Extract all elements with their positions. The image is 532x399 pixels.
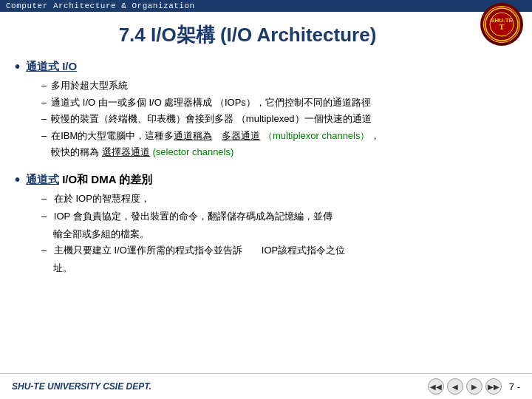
footer-institution: SHU-TE UNIVERSITY CSIE DEPT. <box>12 381 151 392</box>
section1-label: 通道式 I/O <box>26 60 77 74</box>
header-title: Computer Architecture & Organization <box>6 1 195 10</box>
list-item: – IOP 會負責協定，發出裝置的命令，翻譯儲存碼成為記憶編，並傳 <box>41 209 514 224</box>
section2-underline: 通道式 <box>26 173 59 185</box>
item-text: 通道式 I/O 由一或多個 I/O 處理器構成 （IOPs），它們控制不同的通道… <box>51 95 514 110</box>
footer-navigation: ◀◀ ◀ ▶ ▶▶ 7 - <box>428 378 520 395</box>
item-text-5: 較快的稱為 選擇器通道 (selector channels) <box>51 145 514 160</box>
footer: SHU-TE UNIVERSITY CSIE DEPT. ◀◀ ◀ ▶ ▶▶ 7… <box>0 373 532 399</box>
dash: – <box>41 78 47 93</box>
dash: – <box>41 245 47 256</box>
list-item: – 主機只要建立 I/O運作所需的程式指令並告訴 IOP該程式指令之位 <box>41 243 514 258</box>
nav-next-button[interactable]: ▶ <box>466 378 482 395</box>
nav-last-button[interactable]: ▶▶ <box>485 378 502 395</box>
item-text-continuation2: 址。 <box>53 261 514 276</box>
item-text: 主機只要建立 I/O運作所需的程式指令並告訴 IOP該程式指令之位 <box>54 245 345 256</box>
university-logo: SHU-TE T <box>480 3 525 47</box>
section2-subitems: – 在於 IOP的智慧程度， – IOP 會負責協定，發出裝置的命令，翻譯儲存碼… <box>41 191 514 276</box>
item-text: IOP 會負責協定，發出裝置的命令，翻譯儲存碼成為記憶編，並傳 <box>54 211 332 222</box>
item-text-4: 在IBM的大型電腦中，這種多通道稱為 多器通道 （multiplexor cha… <box>51 129 514 143</box>
dash: – <box>41 95 47 110</box>
nav-prev-button[interactable]: ◀ <box>447 378 463 395</box>
content-area: • 通道式 I/O – 多用於超大型系統 – 通道式 I/O 由一或多個 I/O… <box>0 60 532 276</box>
list-item: – 通道式 I/O 由一或多個 I/O 處理器構成 （IOPs），它們控制不同的… <box>41 95 514 110</box>
section1-underline-text: 通道式 I/O <box>26 60 77 72</box>
bullet-dot-2: • <box>15 172 20 187</box>
main-title: 7.4 I/O架構 (I/O Architecture) <box>0 22 532 48</box>
logo-inner: SHU-TE T <box>483 6 520 43</box>
nav-first-button[interactable]: ◀◀ <box>428 378 444 395</box>
section2-rest: I/O和 DMA 的差別 <box>62 173 152 185</box>
section2-label: 通道式 I/O和 DMA 的差別 <box>26 173 152 187</box>
section2-bullet: • 通道式 I/O和 DMA 的差別 <box>15 173 514 187</box>
section1-subitems: – 多用於超大型系統 – 通道式 I/O 由一或多個 I/O 處理器構成 （IO… <box>41 78 514 160</box>
header-bar: Computer Architecture & Organization <box>0 0 532 12</box>
page-number: 7 - <box>509 381 520 392</box>
dash: – <box>41 193 47 204</box>
section1-bullet: • 通道式 I/O <box>15 60 514 74</box>
item-text-continuation: 輸全部或多組的檔案。 <box>53 227 514 242</box>
section-channel-io: • 通道式 I/O – 多用於超大型系統 – 通道式 I/O 由一或多個 I/O… <box>15 60 514 160</box>
item-text: 較慢的裝置（終端機、印表機）會接到多器 （multiplexed）一個快速的通道 <box>51 112 514 126</box>
list-item: – 在於 IOP的智慧程度， <box>41 191 514 206</box>
list-item: – 較慢的裝置（終端機、印表機）會接到多器 （multiplexed）一個快速的… <box>41 112 514 126</box>
list-item: – 多用於超大型系統 <box>41 78 514 93</box>
logo-circle: SHU-TE T <box>480 3 523 46</box>
section-dma-compare: • 通道式 I/O和 DMA 的差別 – 在於 IOP的智慧程度， – IOP … <box>15 173 514 276</box>
bullet-dot-1: • <box>15 59 20 74</box>
item-text: 多用於超大型系統 <box>51 78 514 93</box>
list-item: – 在IBM的大型電腦中，這種多通道稱為 多器通道 （multiplexor c… <box>41 129 514 143</box>
dash: – <box>41 211 47 222</box>
svg-text:T: T <box>499 22 505 31</box>
list-item: – 較快的稱為 選擇器通道 (selector channels) <box>41 145 514 160</box>
dash: – <box>41 129 47 143</box>
dash: – <box>41 112 47 126</box>
item-text: 在於 IOP的智慧程度， <box>54 193 150 204</box>
